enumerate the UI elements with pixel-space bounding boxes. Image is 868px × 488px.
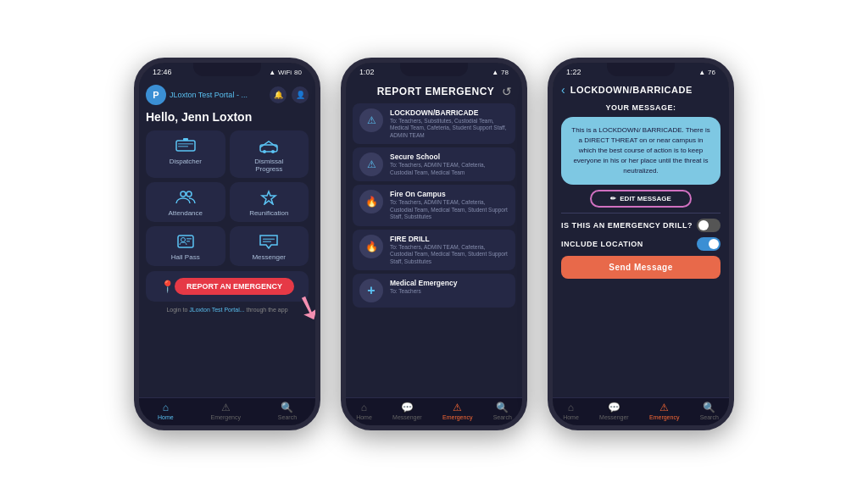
lockdown-text: LOCKDOWN/BARRICADE To: Teachers, Substit… <box>390 108 509 139</box>
emergency-item-secure[interactable]: ⚠ Secure School To: Teachers, ADMIN TEAM… <box>353 147 515 181</box>
p1-nav-home-label: Home <box>158 414 174 420</box>
p2-nav-emergency-label: Emergency <box>442 414 472 420</box>
drill-toggle[interactable] <box>697 219 721 232</box>
tile-attendance-label: Attendance <box>169 209 203 217</box>
phone1-content: P JLoxton Test Portal - ... 🔔 👤 Hello, J… <box>139 80 315 397</box>
emergency-item-fire-drill[interactable]: 🔥 FIRE DRILL To: Teachers, ADMIN TEAM, C… <box>353 230 515 270</box>
hallpass-icon <box>174 233 198 250</box>
p2-nav-messenger[interactable]: 💬 Messenger <box>392 402 422 420</box>
tile-hallpass-label: Hall Pass <box>171 253 200 261</box>
drill-label: IS THIS AN EMERGENCY DRILL? <box>561 221 693 230</box>
tile-dispatcher-label: Dispatcher <box>170 158 202 165</box>
battery-2: 78 <box>501 69 509 76</box>
p3-nav-search-label: Search <box>700 414 719 420</box>
reunification-icon <box>257 189 281 206</box>
p1-nav-home[interactable]: ⌂ Home <box>158 402 174 420</box>
location-toggle-row: INCLUDE LOCATION <box>561 237 721 251</box>
p3-nav-search[interactable]: 🔍 Search <box>700 402 719 420</box>
tile-dispatcher[interactable]: Dispatcher <box>146 130 225 178</box>
signal-icon-3: ▲ <box>698 69 705 76</box>
p3-back-header: ‹ LOCKDOWN/BARRICADE <box>553 80 729 100</box>
p3-search-icon: 🔍 <box>703 402 715 413</box>
p3-nav-home-label: Home <box>563 414 579 420</box>
p3-page-title: LOCKDOWN/BARRICADE <box>570 85 693 95</box>
battery-1: 80 <box>294 69 302 76</box>
svg-rect-1 <box>183 138 188 141</box>
medical-text: Medical Emergency To: Teachers <box>390 279 457 295</box>
p1-nav-search[interactable]: 🔍 Search <box>278 402 297 420</box>
p1-greeting: Hello, Jenn Loxton <box>146 110 309 124</box>
p3-nav-emergency[interactable]: ⚠ Emergency <box>649 402 679 420</box>
tile-dismissal[interactable]: DismissalProgress <box>230 130 309 178</box>
p2-nav-search-label: Search <box>493 414 512 420</box>
bell-icon[interactable]: 🔔 <box>270 86 287 103</box>
fire-icon: 🔥 <box>359 190 383 214</box>
emergency-row: 📍 REPORT AN EMERGENCY ➘ <box>146 271 309 302</box>
medical-icon: + <box>359 279 383 302</box>
emergency-item-lockdown[interactable]: ⚠ LOCKDOWN/BARRICADE To: Teachers, Subst… <box>353 103 515 144</box>
phone-notch-1 <box>193 63 261 76</box>
user-icon[interactable]: 👤 <box>292 86 309 103</box>
secure-text: Secure School To: Teachers, ADMIN TEAM, … <box>390 152 509 176</box>
svg-rect-14 <box>263 241 271 243</box>
p3-nav-messenger[interactable]: 💬 Messenger <box>599 402 629 420</box>
back-arrow-icon[interactable]: ‹ <box>561 83 565 97</box>
tile-hallpass[interactable]: Hall Pass <box>146 226 225 266</box>
message-box: This is a LOCKDOWN/ BARRICADE. There is … <box>561 117 721 185</box>
lockdown-subtitle: To: Teachers, Substitutes, Custodial Tea… <box>390 118 509 139</box>
fire-drill-text: FIRE DRILL To: Teachers, ADMIN TEAM, Caf… <box>390 235 509 265</box>
p1-login-text: Login to JLoxton Test Portal... through … <box>146 307 309 313</box>
location-toggle-knob <box>709 239 719 249</box>
your-message-label: YOUR MESSAGE: <box>561 103 721 112</box>
p2-nav-emergency[interactable]: ⚠ Emergency <box>442 402 472 420</box>
signal-icon-2: ▲ <box>492 69 498 76</box>
p3-nav-messenger-label: Messenger <box>599 414 629 420</box>
svg-point-10 <box>181 238 185 242</box>
divider-1 <box>561 213 721 214</box>
lockdown-icon: ⚠ <box>359 108 383 132</box>
emergency-list: ⚠ LOCKDOWN/BARRICADE To: Teachers, Subst… <box>346 102 522 397</box>
p3-nav-home[interactable]: ⌂ Home <box>563 402 579 420</box>
svg-point-5 <box>263 150 266 153</box>
location-toggle[interactable] <box>697 237 721 251</box>
svg-rect-13 <box>263 239 275 241</box>
time-1: 12:46 <box>153 68 172 76</box>
battery-3: 76 <box>708 69 715 76</box>
message-text: This is a LOCKDOWN/ BARRICADE. There is … <box>571 126 709 175</box>
p2-header: REPORT EMERGENCY ↺ <box>346 80 522 102</box>
p3-content: YOUR MESSAGE: This is a LOCKDOWN/ BARRIC… <box>553 100 729 397</box>
report-emergency-button[interactable]: REPORT AN EMERGENCY <box>175 278 294 295</box>
fire-title: Fire On Campus <box>390 190 509 198</box>
location-pin-icon: 📍 <box>160 280 175 293</box>
tile-reunification-label: Reunification <box>249 209 288 217</box>
p2-emergency-icon: ⚠ <box>453 402 462 413</box>
emergency-item-medical[interactable]: + Medical Emergency To: Teachers <box>353 274 515 308</box>
phone-notch-2 <box>400 63 468 76</box>
p2-nav-search[interactable]: 🔍 Search <box>493 402 512 420</box>
p1-bottom-nav: ⌂ Home ⚠ Emergency 🔍 Search <box>139 397 315 425</box>
emergency-item-fire[interactable]: 🔥 Fire On Campus To: Teachers, ADMIN TEA… <box>353 185 515 225</box>
p3-bottom-nav: ⌂ Home 💬 Messenger ⚠ Emergency 🔍 Search <box>553 397 729 425</box>
p2-nav-home[interactable]: ⌂ Home <box>356 402 372 420</box>
home-icon: ⌂ <box>163 402 169 413</box>
p2-bottom-nav: ⌂ Home 💬 Messenger ⚠ Emergency 🔍 Search <box>346 397 522 425</box>
p2-home-icon: ⌂ <box>361 402 367 413</box>
history-icon[interactable]: ↺ <box>502 85 512 98</box>
tile-messenger[interactable]: Messenger <box>230 226 309 266</box>
lockdown-title: LOCKDOWN/BARRICADE <box>390 108 509 117</box>
phone-3: 1:22 ▲ 76 ‹ LOCKDOWN/BARRICADE YOUR MESS… <box>548 58 734 430</box>
medical-subtitle: To: Teachers <box>390 288 457 295</box>
status-icons-2: ▲ 78 <box>492 69 509 76</box>
p1-nav-emergency[interactable]: ⚠ Emergency <box>211 402 241 420</box>
edit-message-button[interactable]: ✏ EDIT MESSAGE <box>590 190 692 208</box>
drill-toggle-row: IS THIS AN EMERGENCY DRILL? <box>561 219 721 232</box>
tile-reunification[interactable]: Reunification <box>230 182 309 222</box>
fire-drill-icon: 🔥 <box>359 235 383 258</box>
tile-dismissal-label: DismissalProgress <box>254 158 283 173</box>
phone-1: 12:46 ▲ WiFi 80 P JLoxton Test Portal - … <box>134 58 320 430</box>
tile-attendance[interactable]: Attendance <box>146 182 225 222</box>
send-message-button[interactable]: Send Message <box>561 256 721 279</box>
edit-icon: ✏ <box>610 195 616 202</box>
edit-btn-label: EDIT MESSAGE <box>620 195 670 202</box>
drill-toggle-knob <box>698 220 709 230</box>
